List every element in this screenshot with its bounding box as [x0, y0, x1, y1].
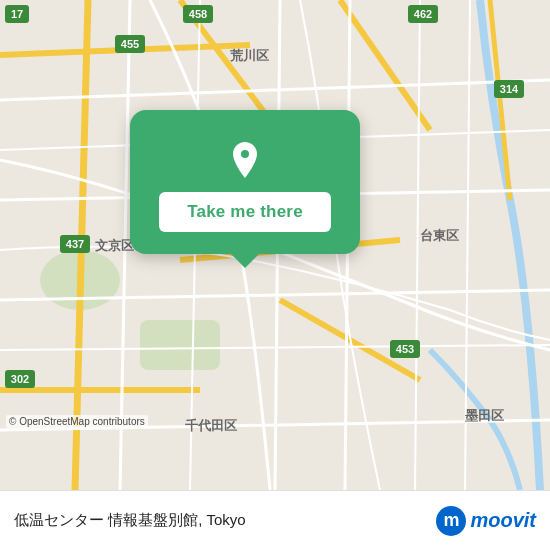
map-attribution: © OpenStreetMap contributors — [6, 415, 148, 428]
take-me-there-button[interactable]: Take me there — [159, 192, 331, 232]
location-popup: Take me there — [130, 110, 360, 254]
place-name: 低温センター 情報基盤別館, Tokyo — [14, 511, 246, 530]
svg-text:453: 453 — [396, 343, 414, 355]
moovit-logo: m moovit — [436, 506, 536, 536]
svg-text:墨田区: 墨田区 — [465, 408, 504, 423]
svg-text:文京区: 文京区 — [95, 238, 134, 253]
moovit-icon: m — [436, 506, 466, 536]
svg-text:462: 462 — [414, 8, 432, 20]
svg-text:荒川区: 荒川区 — [230, 48, 269, 63]
svg-text:台東区: 台東区 — [420, 228, 459, 243]
svg-text:302: 302 — [11, 373, 29, 385]
svg-rect-4 — [140, 320, 220, 370]
svg-text:千代田区: 千代田区 — [185, 418, 237, 433]
svg-text:455: 455 — [121, 38, 139, 50]
place-info: 低温センター 情報基盤別館, Tokyo — [14, 511, 246, 530]
moovit-label: moovit — [470, 509, 536, 532]
map-view[interactable]: 17 455 458 462 437 313 453 302 314 文京区 台… — [0, 0, 550, 490]
location-pin-icon — [223, 138, 267, 182]
svg-text:458: 458 — [189, 8, 207, 20]
bottom-bar: 低温センター 情報基盤別館, Tokyo m moovit — [0, 490, 550, 550]
svg-text:17: 17 — [11, 8, 23, 20]
svg-text:314: 314 — [500, 83, 519, 95]
svg-text:437: 437 — [66, 238, 84, 250]
